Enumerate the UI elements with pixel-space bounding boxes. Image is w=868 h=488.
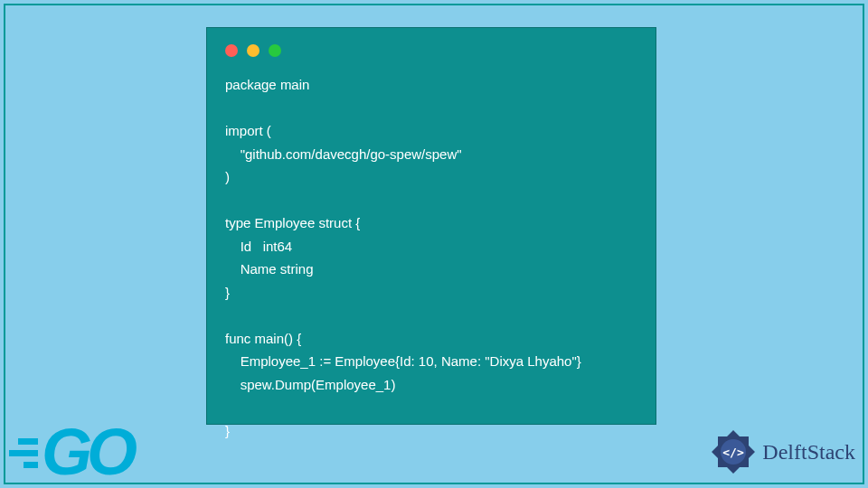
- delftstack-logo: </> DelftStack: [710, 428, 855, 475]
- maximize-icon: [269, 44, 281, 57]
- go-logo: GO: [9, 427, 132, 479]
- go-logo-text: GO: [42, 427, 132, 479]
- delftstack-badge-icon: </>: [710, 428, 757, 475]
- code-window: package main import ( "github.com/davecg…: [206, 27, 656, 425]
- window-controls: [225, 44, 637, 57]
- close-icon: [225, 44, 238, 57]
- go-speed-lines-icon: [9, 438, 38, 468]
- svg-text:</>: </>: [723, 446, 745, 459]
- code-content: package main import ( "github.com/davecg…: [225, 73, 637, 442]
- delftstack-text: DelftStack: [762, 440, 855, 465]
- minimize-icon: [247, 44, 259, 57]
